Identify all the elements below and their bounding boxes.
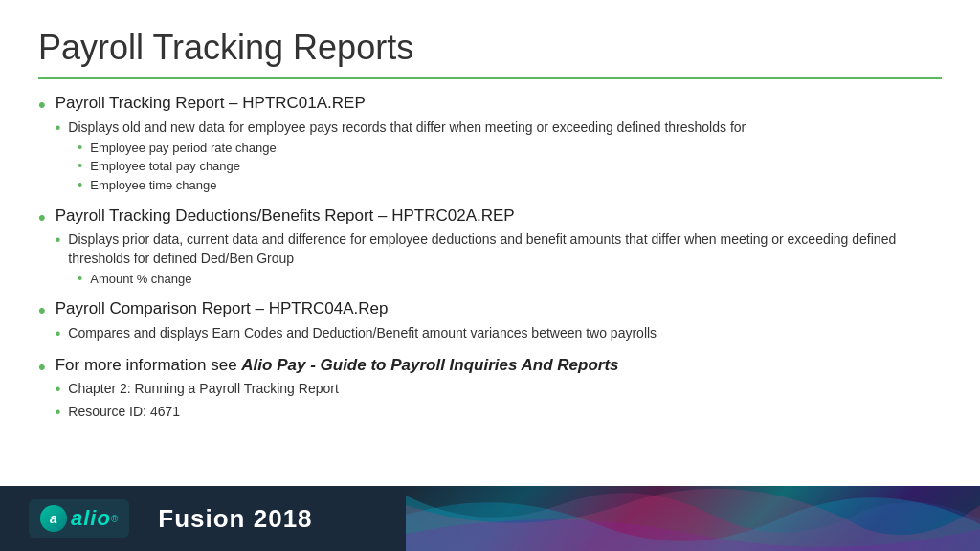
list-item: • Amount % change — [78, 271, 942, 289]
bullet-icon: • — [38, 353, 46, 382]
alio-logo-text: alio — [71, 506, 111, 531]
main-item-prefix: For more information see — [56, 356, 242, 374]
sub-item-text: Displays old and new data for employee p… — [68, 120, 746, 135]
list-item: • Payroll Comparison Report – HPTRC04A.R… — [38, 298, 942, 346]
sub-item-text: Compares and displays Earn Codes and Ded… — [68, 325, 657, 341]
list-item: • Payroll Tracking Deductions/Benefits R… — [38, 206, 942, 292]
sub-list: • Chapter 2: Running a Payroll Tracking … — [56, 380, 942, 423]
list-item: • Compares and displays Earn Codes and D… — [56, 324, 942, 344]
sub-sub-list: • Employee pay period rate change • Empl… — [78, 140, 942, 195]
sub-item-content: Displays prior data, current data and di… — [68, 231, 942, 289]
sub-sub-item-text: Employee total pay change — [90, 158, 240, 175]
list-item: • Resource ID: 4671 — [56, 403, 942, 423]
title-underline — [38, 77, 942, 79]
list-item-content: For more information see Alio Pay - Guid… — [56, 355, 942, 426]
sub-list: • Compares and displays Earn Codes and D… — [56, 324, 942, 344]
sub-item-text: Resource ID: 4671 — [68, 404, 180, 419]
footer: a alio® Fusion 2018 — [0, 486, 980, 551]
sub-sub-list: • Amount % change — [78, 271, 942, 289]
sub-item-content: Compares and displays Earn Codes and Ded… — [68, 324, 942, 343]
content-area: Payroll Tracking Reports • Payroll Track… — [0, 0, 980, 486]
alio-registered-icon: ® — [111, 514, 118, 524]
bullet-icon: • — [38, 91, 46, 120]
list-item-content: Payroll Tracking Report – HPTRC01A.REP •… — [56, 93, 942, 197]
main-item-text: Payroll Tracking Deductions/Benefits Rep… — [56, 207, 515, 225]
main-item-bold-italic: Alio Pay - Guide to Payroll Inquiries An… — [241, 356, 618, 374]
sub-list: • Displays prior data, current data and … — [56, 231, 942, 289]
list-item: • Employee pay period rate change — [78, 140, 942, 158]
bullet-icon: • — [56, 379, 61, 400]
alio-logo-circle: a — [40, 505, 67, 532]
sub-sub-item-text: Employee time change — [90, 177, 216, 194]
sub-item-text: Displays prior data, current data and di… — [68, 231, 896, 266]
list-item: • Employee total pay change — [78, 158, 942, 176]
slide-title: Payroll Tracking Reports — [38, 27, 942, 68]
sub-item-text: Chapter 2: Running a Payroll Tracking Re… — [68, 381, 338, 396]
alio-logo: a alio® — [29, 499, 129, 538]
bullet-icon: • — [78, 270, 82, 289]
bullet-icon: • — [78, 139, 82, 158]
main-item-text: Payroll Tracking Report – HPTRC01A.REP — [56, 94, 366, 112]
list-item: • Displays old and new data for employee… — [56, 119, 942, 195]
sub-sub-item-text: Employee pay period rate change — [90, 140, 276, 157]
sub-list: • Displays old and new data for employee… — [56, 119, 942, 195]
sub-item-content: Displays old and new data for employee p… — [68, 119, 942, 195]
bullet-icon: • — [78, 157, 82, 176]
bullet-icon: • — [56, 230, 61, 251]
footer-waves-svg — [406, 486, 980, 551]
footer-title: Fusion 2018 — [158, 504, 312, 534]
list-item-content: Payroll Tracking Deductions/Benefits Rep… — [56, 206, 942, 292]
main-item-text: Payroll Comparison Report – HPTRC04A.Rep — [56, 299, 389, 318]
sub-sub-item-text: Amount % change — [90, 271, 191, 288]
slide: Payroll Tracking Reports • Payroll Track… — [0, 0, 980, 551]
list-item: • Displays prior data, current data and … — [56, 231, 942, 289]
footer-background-art — [406, 486, 980, 551]
list-item: • Payroll Tracking Report – HPTRC01A.REP… — [38, 93, 942, 197]
bullet-icon: • — [38, 204, 46, 232]
alio-logo-letter: a — [50, 511, 57, 526]
bullet-icon: • — [56, 402, 61, 423]
list-item-content: Payroll Comparison Report – HPTRC04A.Rep… — [56, 298, 942, 346]
bullet-icon: • — [78, 176, 82, 195]
bullet-icon: • — [56, 118, 61, 139]
list-item: • Employee time change — [78, 177, 942, 195]
bullet-icon: • — [56, 323, 61, 344]
sub-item-content: Chapter 2: Running a Payroll Tracking Re… — [68, 380, 942, 399]
list-item: • Chapter 2: Running a Payroll Tracking … — [56, 380, 942, 400]
bullet-icon: • — [38, 297, 46, 325]
main-list: • Payroll Tracking Report – HPTRC01A.REP… — [38, 93, 942, 425]
list-item: • For more information see Alio Pay - Gu… — [38, 355, 942, 426]
sub-item-content: Resource ID: 4671 — [68, 403, 942, 422]
